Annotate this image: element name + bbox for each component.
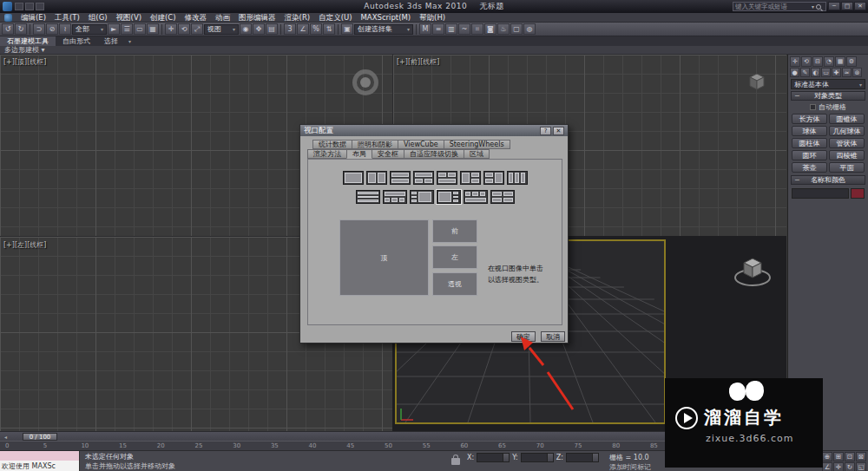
object-type-button-1[interactable]: 圆锥体 [829,114,865,124]
object-color-swatch[interactable] [851,188,865,199]
rollout-object-type[interactable]: 对象类型 [791,91,865,101]
layout-thumb-0-4[interactable] [437,171,457,185]
zoom-icon[interactable]: ⊕ [822,452,832,461]
percent-snap-icon[interactable]: % [310,23,322,35]
ribbon-tab-1[interactable]: 自由形式 [56,36,97,46]
pan-icon[interactable]: ✛ [833,462,844,471]
layout-thumb-0-7[interactable] [507,171,528,185]
viewport-label-top[interactable]: [+][顶][线框] [3,57,46,67]
use-pivot-center-icon[interactable]: ◉ [240,23,252,35]
menu-item-4[interactable]: 创建(C) [146,13,181,23]
edit-named-selections-icon[interactable]: ▣ [341,23,353,35]
zoom-extents-icon[interactable]: ⊡ [845,452,855,461]
reference-coordsys-dropdown[interactable]: 视图▾ [204,24,239,35]
select-by-name-icon[interactable]: ☰ [121,23,133,35]
viewcube-gizmo-icon[interactable] [732,252,773,292]
dialog-tab-2-0[interactable]: 渲染方法 [307,149,347,159]
named-selection-sets-dropdown[interactable]: 创建选择集▾ [354,24,413,35]
x-field[interactable] [477,453,510,462]
object-type-button-4[interactable]: 圆柱体 [792,138,827,148]
layout-thumb-0-2[interactable] [390,171,411,185]
snaps-toggle-icon[interactable]: 3 [284,23,296,35]
mirror-icon[interactable]: M [419,23,431,35]
ribbon-tab-2[interactable]: 选择 [97,36,125,46]
redo-icon[interactable]: ↻ [15,23,27,35]
minimize-button[interactable]: ─ [828,2,840,10]
viewport-label-front[interactable]: [+][前][线框] [397,57,439,67]
layout-thumb-0-6[interactable] [483,171,504,185]
chevron-down-icon[interactable]: ▾ [812,3,814,10]
ok-button[interactable]: 确定 [511,331,536,342]
display-tab-icon[interactable]: ▦ [835,56,845,67]
layout-preview-pane-perspective[interactable]: 透视 [432,272,477,296]
layout-thumb-1-4[interactable] [464,190,488,204]
layout-thumb-0-3[interactable] [413,171,434,185]
menu-item-6[interactable]: 动画 [211,13,234,23]
zoom-extents-all-icon[interactable]: ⊠ [856,452,866,461]
app-logo-icon[interactable] [3,2,12,11]
layer-manager-icon[interactable]: ▥ [445,23,457,35]
cameras-category-icon[interactable]: ▭ [821,68,831,77]
layout-preview-pane-front[interactable]: 前 [432,219,477,243]
keyboard-shortcut-toggle-icon[interactable]: ▤ [266,23,278,35]
bind-to-space-warp-icon[interactable]: ≀ [59,23,71,35]
layout-thumb-1-2[interactable] [410,190,434,204]
curve-editor-icon[interactable]: ~ [458,23,470,35]
motion-tab-icon[interactable]: ◔ [824,56,834,67]
modify-tab-icon[interactable]: ⟲ [801,56,812,67]
shapes-category-icon[interactable]: ✎ [800,68,810,77]
menu-item-1[interactable]: 工具(T) [50,13,84,23]
object-type-button-6[interactable]: 圆环 [792,150,827,160]
select-and-move-icon[interactable]: ✛ [165,23,177,35]
ribbon-collapse-icon[interactable]: ▾ [128,36,131,46]
rendered-frame-icon[interactable]: ▢ [510,23,523,35]
object-type-button-2[interactable]: 球体 [792,126,827,136]
autogrid-checkbox[interactable] [810,104,816,110]
selection-filter-dropdown[interactable]: 全部▾ [72,24,107,35]
window-crossing-icon[interactable]: ▦ [147,23,159,35]
viewcube-mini-icon[interactable] [746,70,767,91]
infocenter-search-input[interactable]: 键入关键字或短语 ▾ [733,2,826,11]
maxscript-mini-listener[interactable]: 欢迎使用 MAXSc [0,451,80,471]
angle-snap-icon[interactable]: ∠ [297,23,309,35]
object-type-button-3[interactable]: 几何球体 [829,126,865,136]
layout-thumb-1-1[interactable] [383,190,407,204]
dialog-close-button[interactable]: ✕ [553,127,564,135]
zoom-all-icon[interactable]: ⊞ [833,452,844,461]
menu-item-9[interactable]: 自定义(U) [314,13,356,23]
layout-thumb-1-3[interactable] [437,190,461,204]
cancel-button[interactable]: 取消 [541,331,565,342]
add-time-tag[interactable]: 添加时间标记 [609,462,651,471]
search-icon[interactable] [816,4,821,10]
layout-preview-pane-big[interactable]: 顶 [339,219,429,296]
layout-thumb-0-0[interactable] [343,171,364,185]
navigation-ball-gizmo-icon[interactable] [352,69,378,95]
lights-category-icon[interactable]: ◐ [811,68,820,77]
z-field[interactable] [566,453,599,462]
titlebar-quick-icon-1[interactable] [15,3,23,10]
dialog-tab-2-3[interactable]: 自适应降级切换 [404,149,464,159]
dialog-tab-1-1[interactable]: 照明和阴影 [352,140,398,149]
time-slider-handle[interactable]: 0 / 100 [23,433,57,441]
undo-icon[interactable]: ↺ [2,23,14,35]
time-step-back-icon[interactable]: ◂ [2,433,10,441]
y-field[interactable] [521,453,554,462]
quick-render-icon[interactable]: ◍ [523,23,536,35]
menu-item-3[interactable]: 视图(V) [112,13,146,23]
titlebar-quick-icon-3[interactable] [36,3,44,10]
dialog-tab-2-1[interactable]: 布局 [346,149,372,159]
object-type-button-7[interactable]: 四棱锥 [829,150,865,160]
listener-row[interactable]: 欢迎使用 MAXSc [0,461,79,471]
object-type-button-5[interactable]: 管状体 [829,138,865,148]
systems-category-icon[interactable]: ⊛ [852,68,862,77]
menu-item-0[interactable]: 编辑(E) [16,13,50,23]
ribbon-subtab-polygon-modeling[interactable]: 多边形建模 ▾ [0,46,868,55]
dialog-tab-2-4[interactable]: 区域 [464,149,490,159]
dialog-title-bar[interactable]: 视口配置 ? ✕ [300,125,568,136]
menu-item-10[interactable]: MAXScript(M) [357,13,416,23]
schematic-view-icon[interactable]: ⌗ [471,23,483,35]
primitive-category-dropdown[interactable]: 标准基本体 ▾ [791,79,865,89]
object-type-button-9[interactable]: 平面 [829,162,865,173]
select-and-scale-icon[interactable]: ⤢ [191,23,203,35]
dialog-help-button[interactable]: ? [540,127,551,135]
